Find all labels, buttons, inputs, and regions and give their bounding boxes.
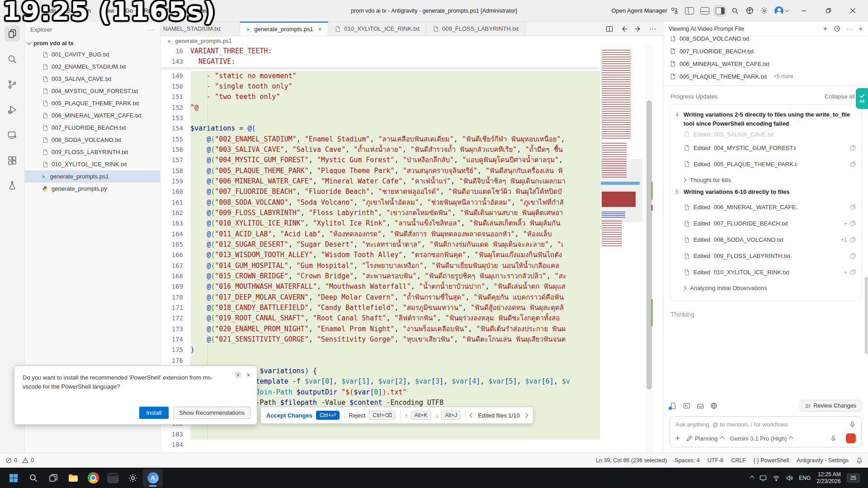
toggle-right-sidebar-icon[interactable]	[716, 7, 725, 14]
agent-progress-scroll[interactable]: Progress Updates Collapse all 4Writing v…	[663, 89, 868, 397]
more-files-badge[interactable]: +5 more	[773, 73, 793, 80]
remote-explorer-icon[interactable]	[5, 127, 20, 143]
menu-view[interactable]: View	[97, 5, 119, 16]
editor-more-actions-icon[interactable]: ···	[649, 25, 656, 33]
source-control-icon[interactable]	[5, 77, 20, 92]
scrollbar-thumb[interactable]	[646, 100, 652, 389]
clock[interactable]: 12:25 AM 2/23/2026	[816, 471, 840, 485]
step-footer[interactable]: Analyzing Initial Observations	[675, 281, 856, 296]
menu-terminal[interactable]: Terminal	[161, 5, 192, 16]
antigravity-taskbar-icon[interactable]: A	[143, 469, 163, 487]
open-diff-icon[interactable]	[850, 145, 856, 151]
notification-close-icon[interactable]: ×	[247, 371, 250, 379]
tab-NAMEL_STADIUM.txt[interactable]: NAMEL_STADIUM.txt	[160, 22, 240, 36]
prev-change-button[interactable]: ↑ Alt+K	[405, 411, 431, 420]
file-item[interactable]: >_generate_prompts.ps1	[25, 170, 160, 183]
close-button[interactable]	[844, 3, 862, 19]
minimap[interactable]	[600, 46, 642, 453]
file-item[interactable]: 004_MYSTIC_GUM_FOREST.txt	[25, 85, 160, 97]
prev-file-icon[interactable]	[470, 413, 474, 418]
terminal-tool-icon[interactable]	[683, 402, 690, 409]
agent-file-item[interactable]: 006_MINERAL_WATER_CAFE.txt	[670, 57, 862, 70]
volume-tray-icon[interactable]	[786, 474, 793, 482]
open-diff-icon[interactable]	[850, 204, 856, 210]
breadcrumb[interactable]: >_ generate_prompts.ps1	[160, 36, 663, 46]
inbox-tool-icon[interactable]	[697, 402, 704, 409]
file-item[interactable]: 007_FLUORIDE_BEACH.txt	[25, 122, 160, 134]
antigravity-settings[interactable]: Antigravity - Settings	[797, 457, 849, 464]
agent-file-item[interactable]: 005_PLAQUE_THEME_PARK.txt+5 more	[670, 70, 862, 83]
shield-icon[interactable]	[745, 7, 754, 15]
cursor-position[interactable]: Ln 39, Col 86 (236 selected)	[596, 457, 667, 464]
step-footer[interactable]: Thought for 68s	[675, 172, 856, 188]
close-icon[interactable]: ×	[318, 26, 322, 33]
panel-close-icon[interactable]: ×	[859, 25, 863, 33]
edited-file-row[interactable]: Edited007_FLUORIDE_BEACH.txt+	[675, 216, 856, 232]
folder-root[interactable]: prom vdo ai tx	[25, 38, 160, 48]
new-conversation-icon[interactable]: +	[823, 25, 827, 33]
agent-file-item[interactable]: 008_SODA_VOLCANO.txt	[670, 36, 862, 45]
warnings-icon[interactable]	[22, 457, 28, 464]
file-item[interactable]: 005_PLAQUE_THEME_PARK.txt	[25, 97, 160, 109]
app-window-icon[interactable]	[103, 469, 123, 487]
notification-count-badge[interactable]: 25	[847, 474, 860, 483]
toggle-left-sidebar-icon[interactable]	[685, 7, 694, 14]
menu-help[interactable]: Help	[194, 5, 215, 16]
hidden-icons-chevron[interactable]	[750, 476, 755, 480]
next-file-icon[interactable]	[524, 413, 528, 418]
account-menu[interactable]	[774, 6, 788, 15]
minimize-button[interactable]	[795, 3, 813, 19]
edited-file-row[interactable]: Edited010_XYLITOL_ICE_RINK.txt+	[675, 264, 856, 281]
open-diff-icon[interactable]	[850, 221, 856, 226]
artifact-file-icon[interactable]	[670, 402, 677, 409]
history-icon[interactable]	[834, 25, 840, 32]
next-change-button[interactable]: ↓ Alt+J	[436, 411, 461, 420]
settings-icon[interactable]	[123, 469, 143, 487]
tab-010_XYLITOL_ICE_RINK.txt[interactable]: 010_XYLITOL_ICE_RINK.txt	[328, 22, 426, 36]
restore-button[interactable]	[819, 3, 837, 19]
open-diff-icon[interactable]	[850, 269, 856, 275]
language-mode[interactable]: { } PowerShell	[754, 457, 789, 464]
open-agent-manager-button[interactable]: Open Agent Manager	[611, 7, 679, 15]
toggle-bottom-panel-icon[interactable]	[700, 7, 709, 14]
split-editor-icon[interactable]	[606, 25, 613, 33]
mode-selector[interactable]: Planning	[686, 435, 724, 442]
tab-generate_prompts.ps1[interactable]: >_generate_prompts.ps1×	[240, 22, 328, 36]
run-debug-icon[interactable]	[5, 102, 20, 117]
file-item[interactable]: 006_MINERAL_WATER_CAFE.txt	[25, 109, 160, 122]
encoding[interactable]: UTF-8	[708, 457, 723, 464]
edited-file-row[interactable]: Edited009_FLOSS_LABYRINTH.txt	[675, 248, 856, 264]
explorer-more-actions-icon[interactable]: ···	[147, 26, 155, 33]
file-item[interactable]: generate_prompts.py	[25, 183, 160, 195]
menu-go[interactable]: Go	[121, 5, 137, 16]
file-item[interactable]: 010_XYLITOL_ICE_RINK.txt	[25, 158, 160, 170]
file-item[interactable]: 001_CAVITY_BUG.txt	[25, 48, 160, 61]
explorer-icon[interactable]	[5, 26, 20, 42]
panel-more-actions-icon[interactable]: ···	[847, 25, 853, 32]
file-item[interactable]: 008_SODA_VOLCANO.txt	[25, 134, 160, 146]
navigate-forward-icon[interactable]	[635, 25, 642, 33]
notification-gear-icon[interactable]	[235, 371, 241, 379]
open-diff-icon[interactable]	[850, 237, 856, 243]
extensions-icon[interactable]	[5, 153, 20, 168]
edited-file-row[interactable]: Edited006_MINERAL_WATER_CAFE.	[675, 199, 856, 216]
install-button[interactable]: Install	[139, 407, 169, 419]
file-item[interactable]: 009_FLOSS_LABYRINTH.txt	[25, 146, 160, 158]
agent-file-item[interactable]: 007_FLUORIDE_BEACH.txt	[670, 45, 862, 57]
review-changes-button[interactable]: Review Changes	[799, 400, 862, 412]
menu-edit[interactable]: Edit	[41, 5, 60, 16]
edited-file-row[interactable]: Edited004_MYSTIC_GUM_FOREST.t	[675, 140, 856, 156]
accept-changes-button[interactable]: Accept Changes Ctrl+⏎	[266, 411, 340, 420]
agent-scrollbar-thumb[interactable]	[865, 277, 868, 354]
show-recommendations-button[interactable]: Show Recommendations	[173, 407, 250, 419]
wifi-tray-icon[interactable]	[773, 474, 780, 482]
search-icon[interactable]	[731, 7, 739, 15]
editor-scrollbar[interactable]	[645, 46, 653, 453]
capture-badge[interactable]: 44	[856, 88, 868, 109]
open-diff-icon[interactable]	[850, 161, 856, 167]
mic-icon[interactable]	[849, 421, 856, 428]
menu-run[interactable]: Run	[139, 5, 159, 16]
start-button[interactable]	[4, 469, 24, 487]
navigate-back-icon[interactable]	[620, 25, 627, 33]
menu-file[interactable]: File	[21, 5, 39, 16]
